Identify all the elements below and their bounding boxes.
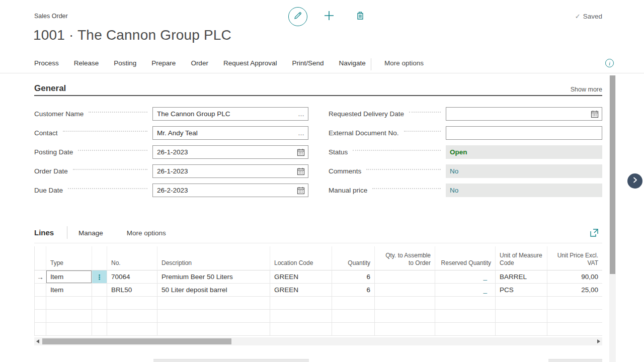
empty-cell[interactable]: [270, 323, 332, 336]
header-unit-price[interactable]: Unit Price Excl. VAT: [547, 246, 602, 270]
qty-to-assemble-cell[interactable]: [375, 284, 435, 297]
quantity-cell[interactable]: 6: [332, 270, 375, 284]
menu-order[interactable]: Order: [191, 59, 208, 67]
header-description[interactable]: Description: [157, 246, 270, 270]
show-more-link[interactable]: Show more: [552, 86, 602, 93]
row-selector-cell[interactable]: [34, 297, 46, 310]
reserved-quantity-cell[interactable]: _: [435, 284, 496, 297]
comments-value[interactable]: No: [450, 167, 458, 175]
calendar-icon[interactable]: [591, 110, 599, 118]
lines-section-title[interactable]: Lines: [34, 228, 54, 237]
description-cell[interactable]: 50 Liter deposit barrel: [157, 284, 270, 297]
manual-price-value[interactable]: No: [450, 187, 458, 194]
empty-cell[interactable]: [157, 297, 270, 310]
header-no[interactable]: No.: [107, 246, 157, 270]
no-cell[interactable]: 70064: [107, 270, 157, 284]
horizontal-scrollbar[interactable]: [34, 337, 602, 345]
empty-cell[interactable]: [332, 297, 375, 310]
unit-of-measure-cell[interactable]: PCS: [496, 284, 547, 297]
lookup-ellipsis-icon[interactable]: …: [298, 110, 305, 118]
empty-cell[interactable]: [375, 310, 435, 323]
next-record-button[interactable]: [627, 173, 642, 189]
unit-price-cell[interactable]: 90,00: [547, 270, 602, 284]
vertical-scrollbar-thumb[interactable]: [610, 75, 615, 274]
vertical-scrollbar[interactable]: [609, 75, 616, 362]
header-unit-of-measure[interactable]: Unit of Measure Code: [496, 246, 547, 270]
menu-request-approval[interactable]: Request Approval: [223, 59, 277, 67]
type-cell[interactable]: Item: [46, 270, 92, 284]
header-type[interactable]: Type: [46, 246, 92, 270]
posting-date-input[interactable]: 26-1-2023: [152, 145, 308, 159]
empty-cell[interactable]: [547, 297, 602, 310]
row-menu-icon[interactable]: ⋮: [92, 270, 107, 284]
quantity-cell[interactable]: 6: [332, 284, 375, 297]
reserved-quantity-cell[interactable]: _: [435, 270, 496, 284]
empty-cell[interactable]: [157, 323, 270, 336]
menu-print-send[interactable]: Print/Send: [292, 59, 324, 67]
location-code-cell[interactable]: GREEN: [270, 270, 332, 284]
empty-cell[interactable]: [547, 310, 602, 323]
empty-cell[interactable]: [92, 323, 107, 336]
empty-cell[interactable]: [46, 310, 92, 323]
more-options-button[interactable]: More options: [384, 59, 424, 67]
new-button[interactable]: [322, 10, 336, 24]
empty-cell[interactable]: [332, 310, 375, 323]
open-in-new-icon[interactable]: [589, 228, 599, 238]
row-selector-cell[interactable]: [34, 310, 46, 323]
empty-cell[interactable]: [496, 297, 547, 310]
empty-cell[interactable]: [46, 297, 92, 310]
row-menu-cell[interactable]: [92, 284, 107, 297]
empty-cell[interactable]: [107, 297, 157, 310]
general-section-title[interactable]: General: [34, 83, 66, 94]
header-location-code[interactable]: Location Code: [270, 246, 332, 270]
empty-cell[interactable]: [496, 310, 547, 323]
row-selector-cell[interactable]: [34, 284, 46, 297]
description-cell[interactable]: Premium Beer 50 Liters: [157, 270, 270, 284]
empty-cell[interactable]: [270, 297, 332, 310]
empty-cell[interactable]: [435, 323, 496, 336]
empty-cell[interactable]: [547, 323, 602, 336]
header-qty-to-assemble[interactable]: Qty. to Assemble to Order: [375, 246, 435, 270]
lookup-ellipsis-icon[interactable]: …: [298, 129, 305, 137]
requested-delivery-date-input[interactable]: [446, 107, 602, 121]
calendar-icon[interactable]: [297, 167, 305, 175]
lines-manage-button[interactable]: Manage: [78, 229, 103, 237]
empty-cell[interactable]: [107, 310, 157, 323]
row-selector-cell[interactable]: [34, 323, 46, 336]
order-date-input[interactable]: 26-1-2023: [152, 164, 308, 178]
due-date-input[interactable]: 26-2-2023: [152, 184, 308, 197]
edit-button[interactable]: [288, 7, 307, 26]
type-cell[interactable]: Item: [46, 284, 92, 297]
info-icon[interactable]: i: [605, 59, 614, 67]
empty-cell[interactable]: [435, 297, 496, 310]
header-quantity[interactable]: Quantity: [332, 246, 375, 270]
unit-price-cell[interactable]: 25,00: [547, 284, 602, 297]
delete-button[interactable]: [353, 10, 367, 24]
contact-input[interactable]: Mr. Andy Teal …: [152, 126, 308, 140]
empty-cell[interactable]: [435, 310, 496, 323]
empty-cell[interactable]: [375, 297, 435, 310]
menu-navigate[interactable]: Navigate: [339, 59, 366, 67]
empty-cell[interactable]: [46, 323, 92, 336]
lines-more-options-button[interactable]: More options: [127, 229, 166, 237]
external-document-no-input[interactable]: [446, 126, 602, 140]
calendar-icon[interactable]: [297, 187, 305, 195]
empty-cell[interactable]: [92, 310, 107, 323]
no-cell[interactable]: BRL50: [107, 284, 157, 297]
scroll-left-arrow-icon[interactable]: [36, 339, 39, 343]
header-reserved-quantity[interactable]: Reserved Quantity: [435, 246, 496, 270]
location-code-cell[interactable]: GREEN: [270, 284, 332, 297]
empty-cell[interactable]: [92, 297, 107, 310]
menu-release[interactable]: Release: [74, 59, 99, 67]
menu-prepare[interactable]: Prepare: [151, 59, 176, 67]
unit-of-measure-cell[interactable]: BARREL: [496, 270, 547, 284]
empty-cell[interactable]: [107, 323, 157, 336]
empty-cell[interactable]: [375, 323, 435, 336]
empty-cell[interactable]: [157, 310, 270, 323]
menu-posting[interactable]: Posting: [114, 59, 136, 67]
reserved-quantity-link[interactable]: _: [483, 273, 487, 281]
qty-to-assemble-cell[interactable]: [375, 270, 435, 284]
horizontal-scrollbar-thumb[interactable]: [42, 338, 231, 344]
menu-process[interactable]: Process: [34, 59, 59, 67]
calendar-icon[interactable]: [297, 148, 305, 156]
